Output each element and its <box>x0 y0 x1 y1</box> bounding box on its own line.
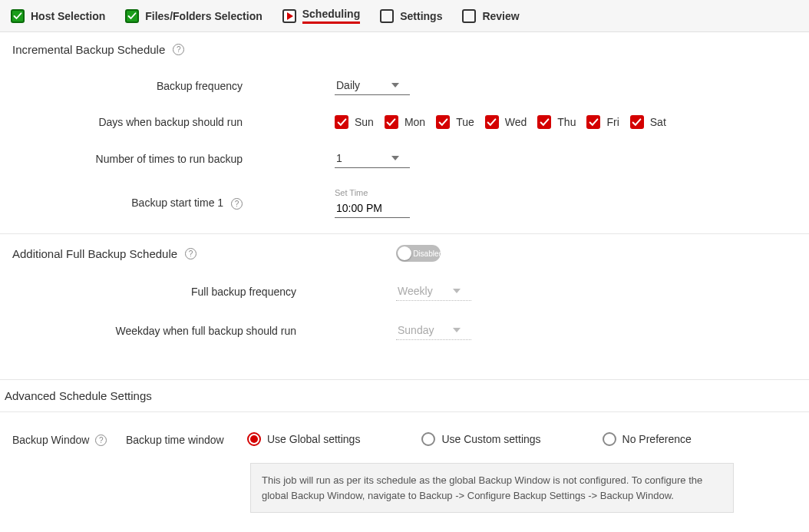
times-select[interactable]: 1 <box>335 149 410 168</box>
advanced-section: Backup Window ? Backup time window Use G… <box>0 412 809 532</box>
radio-icon <box>603 432 616 446</box>
select-value: Sunday <box>398 324 434 336</box>
radio-label: Use Global settings <box>267 433 360 445</box>
advanced-title: Advanced Schedule Settings <box>0 380 809 412</box>
times-label: Number of times to run backup <box>12 153 335 165</box>
wizard-stepper: Host Selection Files/Folders Selection S… <box>0 0 809 32</box>
day-check-sun[interactable] <box>335 115 348 129</box>
step-label: Review <box>482 10 519 22</box>
chevron-down-icon <box>391 156 399 160</box>
day-check-fri[interactable] <box>586 115 600 129</box>
step-label: Settings <box>400 10 442 22</box>
step-files-folders[interactable]: Files/Folders Selection <box>125 9 263 23</box>
section-title: Incremental Backup Schedule <box>12 43 165 56</box>
help-icon[interactable]: ? <box>185 248 196 259</box>
help-icon[interactable]: ? <box>95 435 107 446</box>
days-label: Days when backup should run <box>12 116 335 128</box>
help-icon[interactable]: ? <box>231 198 243 210</box>
backup-frequency-label: Backup frequency <box>12 80 335 92</box>
backup-window-label: Backup Window ? <box>12 432 112 446</box>
window-radio-group: Use Global settings Use Custom settings … <box>247 432 692 446</box>
toggle-text: Disabled <box>413 249 443 258</box>
step-label: Scheduling <box>302 8 360 24</box>
radio-no-preference[interactable]: No Preference <box>603 432 692 446</box>
day-check-mon[interactable] <box>385 115 398 129</box>
help-icon[interactable]: ? <box>173 44 184 55</box>
play-icon <box>282 9 296 23</box>
backup-frequency-select[interactable]: Daily <box>335 76 410 95</box>
step-host-selection[interactable]: Host Selection <box>11 9 105 23</box>
radio-label: No Preference <box>622 433 692 445</box>
day-check-sat[interactable] <box>630 115 644 129</box>
select-value: Weekly <box>398 285 433 297</box>
checkmark-icon <box>11 9 25 23</box>
day-label: Fri <box>606 116 619 128</box>
full-freq-label: Full backup frequency <box>12 286 396 298</box>
radio-global-settings[interactable]: Use Global settings <box>247 432 360 446</box>
toggle-knob-icon <box>398 246 411 260</box>
day-check-wed[interactable] <box>485 115 499 129</box>
day-label: Tue <box>456 116 474 128</box>
incremental-section: Incremental Backup Schedule ? Backup fre… <box>0 32 809 234</box>
time-window-label: Backup time window <box>126 432 233 446</box>
full-freq-select: Weekly <box>396 282 471 301</box>
radio-custom-settings[interactable]: Use Custom settings <box>421 432 540 446</box>
start-time-input[interactable] <box>335 199 410 218</box>
chevron-down-icon <box>453 328 461 332</box>
start-time-label: Backup start time 1 ? <box>12 197 335 210</box>
checkmark-icon <box>125 9 139 23</box>
day-label: Mon <box>404 116 425 128</box>
day-check-thu[interactable] <box>537 115 551 129</box>
full-backup-toggle[interactable]: Disabled <box>396 245 441 262</box>
full-weekday-select: Sunday <box>396 321 471 340</box>
set-time-caption: Set Time <box>335 188 410 197</box>
empty-box-icon <box>462 9 476 23</box>
step-label: Host Selection <box>31 10 105 22</box>
full-backup-section: Additional Full Backup Schedule ? Disabl… <box>0 234 809 380</box>
section-title: Additional Full Backup Schedule <box>12 247 177 260</box>
select-value: 1 <box>336 152 342 164</box>
day-check-tue[interactable] <box>436 115 450 129</box>
chevron-down-icon <box>391 83 399 88</box>
step-scheduling[interactable]: Scheduling <box>282 8 360 24</box>
day-label: Wed <box>505 116 527 128</box>
info-box: This job will run as per its schedule as… <box>250 463 734 513</box>
full-weekday-label: Weekday when full backup should run <box>12 325 396 337</box>
radio-label: Use Custom settings <box>441 433 540 445</box>
radio-icon <box>247 432 261 446</box>
radio-icon <box>421 432 435 446</box>
days-checkbox-group: Sun Mon Tue Wed Thu Fri Sat <box>335 115 671 129</box>
step-review[interactable]: Review <box>462 9 519 23</box>
select-value: Daily <box>336 79 360 91</box>
chevron-down-icon <box>453 289 461 293</box>
step-label: Files/Folders Selection <box>145 10 263 22</box>
day-label: Sun <box>355 116 374 128</box>
empty-box-icon <box>380 9 394 23</box>
day-label: Thu <box>557 116 576 128</box>
day-label: Sat <box>650 116 666 128</box>
step-settings[interactable]: Settings <box>380 9 442 23</box>
